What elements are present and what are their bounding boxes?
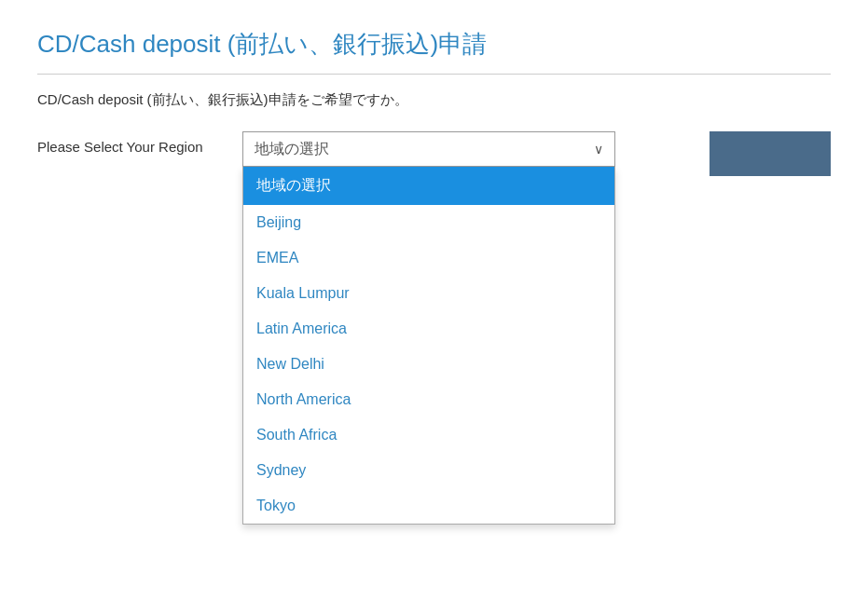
form-row: Please Select Your Region 地域の選択 ∨ 地域の選択B… bbox=[37, 131, 831, 167]
dropdown-item-south_africa[interactable]: South Africa bbox=[243, 417, 614, 453]
region-dropdown-wrapper: 地域の選択 ∨ 地域の選択BeijingEMEAKuala LumpurLati… bbox=[242, 131, 615, 167]
dropdown-item-latin_america[interactable]: Latin America bbox=[243, 311, 614, 347]
dropdown-item-select_region[interactable]: 地域の選択 bbox=[243, 167, 614, 205]
page-container: CD/Cash deposit (前払い、銀行振込)申請 CD/Cash dep… bbox=[0, 0, 868, 600]
dropdown-item-north_america[interactable]: North America bbox=[243, 382, 614, 417]
dropdown-selected-text: 地域の選択 bbox=[255, 140, 329, 159]
action-button-area bbox=[710, 131, 831, 176]
dropdown-item-kuala_lumpur[interactable]: Kuala Lumpur bbox=[243, 276, 614, 311]
dropdown-item-beijing[interactable]: Beijing bbox=[243, 205, 614, 240]
dropdown-item-new_delhi[interactable]: New Delhi bbox=[243, 347, 614, 382]
dropdown-item-sydney[interactable]: Sydney bbox=[243, 453, 614, 488]
region-label: Please Select Your Region bbox=[37, 131, 224, 155]
region-dropdown-list: 地域の選択BeijingEMEAKuala LumpurLatin Americ… bbox=[242, 167, 615, 525]
page-title: CD/Cash deposit (前払い、銀行振込)申請 bbox=[37, 28, 831, 75]
region-dropdown-trigger[interactable]: 地域の選択 ∨ bbox=[242, 131, 615, 167]
form-description: CD/Cash deposit (前払い、銀行振込)申請をご希望ですか。 bbox=[37, 91, 831, 109]
chevron-down-icon: ∨ bbox=[594, 142, 603, 157]
dropdown-item-tokyo[interactable]: Tokyo bbox=[243, 488, 614, 524]
dropdown-item-emea[interactable]: EMEA bbox=[243, 240, 614, 276]
